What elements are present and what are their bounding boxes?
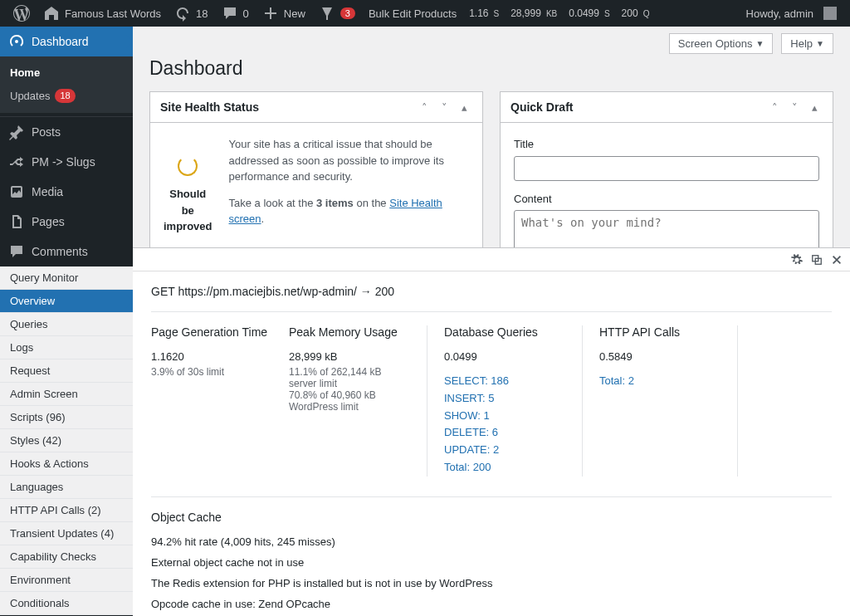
page-title: Dashboard — [149, 54, 833, 91]
comments-link[interactable]: 0 — [215, 0, 256, 27]
site-health-link-text: Take a look at the 3 items on the Site H… — [229, 195, 469, 227]
admin-bar: Famous Last Words 18 0 New 3 Bulk Edit P… — [0, 0, 850, 27]
menu-media[interactable]: Media — [0, 177, 133, 207]
comment-icon — [222, 5, 238, 22]
qm-stat-q[interactable]: 200Q — [616, 0, 656, 27]
qm-menu-conditionals[interactable]: Conditionals — [0, 592, 133, 615]
qm-menu-request[interactable]: Request — [0, 359, 133, 383]
menu-dashboard[interactable]: Dashboard — [0, 27, 133, 56]
qm-cache-line: External object cache not in use — [151, 556, 832, 569]
qd-title-label: Title — [514, 136, 819, 153]
submenu-home[interactable]: Home — [0, 61, 133, 84]
query-monitor-panel: GET https://pm.maciejbis.net/wp-admin/ →… — [133, 247, 850, 616]
qm-stat-generation-time: Page Generation Time 1.1620 3.9% of 30s … — [151, 325, 289, 477]
bulk-edit-label: Bulk Edit Products — [369, 7, 457, 20]
move-up-button[interactable]: ˄ — [416, 99, 432, 115]
media-icon — [8, 183, 25, 200]
qm-stat-mem[interactable]: 28,999KB — [505, 0, 563, 27]
qm-menu-capability[interactable]: Capability Checks — [0, 545, 133, 569]
qm-panel-menu: Query Monitor Overview Queries Logs Requ… — [0, 266, 133, 615]
qm-menu-overview[interactable]: Overview — [0, 290, 133, 313]
updates-count: 18 — [196, 7, 208, 20]
qm-stat-memory: Peak Memory Usage 28,999 kB 11.1% of 262… — [289, 325, 427, 477]
toggle-button[interactable]: ▴ — [456, 99, 472, 115]
help-button[interactable]: Help▼ — [781, 33, 833, 54]
yoast-link[interactable]: 3 — [312, 0, 362, 27]
qm-stat-time[interactable]: 1.16S — [463, 0, 505, 27]
bulk-edit-link[interactable]: Bulk Edit Products — [362, 0, 463, 27]
qm-menu-logs[interactable]: Logs — [0, 336, 133, 359]
my-account[interactable]: Howdy, admin — [740, 0, 843, 27]
move-down-button[interactable]: ˅ — [436, 99, 452, 115]
menu-comments[interactable]: Comments — [0, 237, 133, 266]
howdy-text: Howdy, admin — [746, 7, 813, 20]
quick-draft-title: Quick Draft — [510, 100, 573, 114]
menu-pages-label: Pages — [32, 215, 65, 228]
qd-title-input[interactable] — [514, 156, 819, 181]
menu-comments-label: Comments — [32, 245, 88, 258]
qm-menu-hooks[interactable]: Hooks & Actions — [0, 452, 133, 476]
admin-menu: Dashboard Home Updates 18 Posts PM -> Sl… — [0, 27, 133, 616]
qm-menu-languages[interactable]: Languages — [0, 476, 133, 499]
qm-menu-styles[interactable]: Styles (42) — [0, 429, 133, 452]
updates-link[interactable]: 18 — [168, 0, 214, 27]
qm-stat-empty — [737, 325, 832, 477]
yoast-icon — [319, 5, 335, 22]
expand-icon[interactable] — [810, 253, 823, 266]
new-label: New — [284, 7, 305, 20]
move-up-button[interactable]: ˄ — [766, 99, 783, 115]
menu-media-label: Media — [32, 185, 63, 198]
qm-cache-line: Opcode cache in use: Zend OPcache — [151, 598, 832, 610]
menu-pages[interactable]: Pages — [0, 207, 133, 237]
qd-content-label: Content — [514, 191, 819, 208]
qm-menu-header[interactable]: Query Monitor — [0, 266, 133, 290]
home-icon — [43, 5, 60, 22]
loading-spinner-icon — [178, 156, 198, 176]
qm-db-link[interactable]: SHOW: 1 — [444, 408, 565, 425]
qm-db-link[interactable]: SELECT: 186 — [444, 373, 565, 390]
wordpress-icon — [13, 5, 30, 22]
menu-dashboard-label: Dashboard — [32, 35, 89, 48]
menu-pm-slugs[interactable]: PM -> Slugs — [0, 147, 133, 177]
site-name: Famous Last Words — [65, 7, 161, 20]
qm-request-url: GET https://pm.maciejbis.net/wp-admin/ →… — [151, 285, 832, 311]
chevron-down-icon: ▼ — [755, 39, 764, 48]
site-health-postbox: Site Health Status ˄ ˅ ▴ Should be impro… — [149, 91, 483, 252]
qm-menu-http-api[interactable]: HTTP API Calls (2) — [0, 499, 133, 522]
qm-menu-scripts[interactable]: Scripts (96) — [0, 406, 133, 429]
screen-options-button[interactable]: Screen Options▼ — [669, 33, 774, 54]
qm-menu-transients[interactable]: Transient Updates (4) — [0, 522, 133, 545]
qm-menu-admin-screen[interactable]: Admin Screen — [0, 383, 133, 406]
move-down-button[interactable]: ˅ — [786, 99, 803, 115]
pin-icon — [8, 124, 25, 140]
qm-db-link[interactable]: Total: 200 — [444, 459, 565, 477]
dashboard-icon — [8, 33, 25, 50]
site-health-text: Your site has a critical issue that shou… — [229, 136, 469, 185]
qm-stat-db-queries: Database Queries 0.0499 SELECT: 186 INSE… — [427, 325, 582, 477]
site-link[interactable]: Famous Last Words — [37, 0, 168, 27]
qm-db-link[interactable]: DELETE: 6 — [444, 424, 565, 442]
qm-stat-http-api: HTTP API Calls 0.5849 Total: 2 — [582, 325, 737, 477]
yoast-badge: 3 — [340, 7, 355, 19]
qm-stat-db[interactable]: 0.0499S — [563, 0, 615, 27]
qm-db-link[interactable]: INSERT: 5 — [444, 390, 565, 408]
comments-icon — [8, 243, 25, 260]
close-icon[interactable] — [830, 253, 843, 266]
menu-pm-slugs-label: PM -> Slugs — [32, 155, 95, 169]
qm-cache-heading: Object Cache — [151, 511, 832, 524]
qm-menu-queries[interactable]: Queries — [0, 313, 133, 336]
menu-posts[interactable]: Posts — [0, 117, 133, 147]
settings-icon[interactable] — [790, 253, 804, 266]
new-content[interactable]: New — [256, 0, 312, 27]
qm-menu-environment[interactable]: Environment — [0, 569, 133, 592]
toggle-button[interactable]: ▴ — [806, 99, 823, 115]
qm-http-link[interactable]: Total: 2 — [599, 373, 721, 390]
site-health-status-label: Should be improved — [164, 186, 212, 235]
wp-logo[interactable] — [7, 0, 37, 27]
qm-db-link[interactable]: UPDATE: 2 — [444, 442, 565, 459]
submenu-updates[interactable]: Updates 18 — [0, 84, 133, 108]
site-health-title: Site Health Status — [160, 100, 259, 114]
qm-cache-line: The Redis extension for PHP is installed… — [151, 577, 832, 589]
shuffle-icon — [8, 154, 25, 170]
comments-count: 0 — [243, 7, 249, 20]
